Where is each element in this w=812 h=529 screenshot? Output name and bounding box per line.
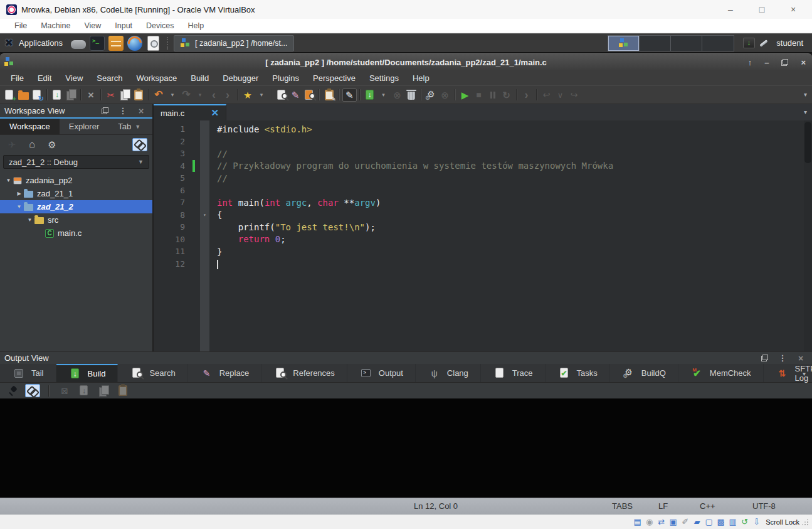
output-tab-tail[interactable]: Tail bbox=[0, 364, 56, 382]
tree-item-zad_21_1[interactable]: ▶zad_21_1 bbox=[0, 187, 152, 200]
stop-build-icon[interactable]: ⊗ bbox=[391, 87, 404, 103]
network-activity-icon[interactable]: ↺ bbox=[739, 517, 750, 527]
cl-menu-item-file[interactable]: File bbox=[4, 73, 31, 83]
float-pane-icon[interactable] bbox=[98, 103, 112, 119]
vbox-menu-item-machine[interactable]: Machine bbox=[34, 21, 77, 30]
eol-mode-label[interactable]: LF bbox=[658, 501, 668, 511]
vbox-menu-item-view[interactable]: View bbox=[77, 21, 108, 30]
vbox-close-button[interactable]: × bbox=[788, 4, 798, 14]
pager-workspace-3[interactable] bbox=[671, 36, 702, 51]
replace-icon[interactable]: ✎ bbox=[288, 87, 302, 103]
stop-exec-icon[interactable]: ⊗ bbox=[438, 87, 452, 103]
open-file-icon[interactable] bbox=[16, 87, 30, 103]
expander-icon[interactable]: ▼ bbox=[14, 204, 24, 210]
editor-tab-main-c[interactable]: main.c ✕ bbox=[154, 104, 226, 120]
tools-tray-icon[interactable] bbox=[759, 38, 770, 48]
firefox-icon[interactable] bbox=[127, 36, 142, 51]
save-output-icon[interactable]: ↓ bbox=[77, 383, 91, 399]
run-icon[interactable]: ▶ bbox=[458, 87, 472, 103]
output-tab-clang[interactable]: ψClang bbox=[416, 364, 481, 382]
find-icon[interactable] bbox=[275, 87, 288, 103]
workspace-tab-tab[interactable]: Tab▼ bbox=[108, 119, 150, 134]
resize-grip[interactable] bbox=[802, 518, 809, 526]
cl-menu-item-perspective[interactable]: Perspective bbox=[306, 73, 362, 83]
document-viewer-icon[interactable] bbox=[147, 36, 159, 51]
whitespace-mode-label[interactable]: TABS bbox=[612, 501, 633, 511]
find-resource-icon[interactable]: ✎ bbox=[322, 87, 336, 103]
file-manager-icon[interactable] bbox=[108, 36, 124, 51]
tree-item-src[interactable]: ▼src bbox=[0, 213, 152, 227]
applications-menu-label[interactable]: Applications bbox=[19, 38, 63, 48]
pager-workspace-4[interactable] bbox=[702, 36, 734, 51]
tree-item-main.c[interactable]: Cmain.c bbox=[0, 227, 152, 240]
fold-arrow-icon[interactable]: ▾ bbox=[200, 212, 209, 218]
tree-item-zad_21_2[interactable]: ▼zad_21_2 bbox=[0, 200, 152, 213]
windows-icon[interactable]: ▩ bbox=[715, 517, 726, 527]
new-file-icon[interactable]: + bbox=[3, 87, 16, 103]
output-tab-references[interactable]: References bbox=[261, 364, 347, 382]
close-pane-icon[interactable]: × bbox=[134, 103, 148, 119]
paste-output-icon[interactable] bbox=[116, 383, 130, 399]
output-tab-tasks[interactable]: ✔Tasks bbox=[546, 364, 610, 382]
expander-icon[interactable]: ▼ bbox=[25, 217, 34, 223]
back-icon[interactable]: ‹ bbox=[207, 87, 221, 103]
applications-menu-icon[interactable] bbox=[4, 37, 16, 50]
find-in-files-icon[interactable] bbox=[302, 87, 316, 103]
goto-active-file-icon[interactable]: ✈ bbox=[5, 136, 19, 152]
displays-icon[interactable]: ▣ bbox=[668, 517, 678, 527]
toolbar-overflow-icon[interactable]: ▾ bbox=[804, 92, 807, 98]
close-tab-icon[interactable]: ✕ bbox=[211, 107, 219, 119]
highlight-word-icon[interactable]: ✎ bbox=[342, 87, 357, 103]
scrollbar-thumb[interactable] bbox=[804, 122, 811, 163]
cl-menu-item-settings[interactable]: Settings bbox=[362, 73, 406, 83]
forward-icon[interactable]: › bbox=[221, 87, 235, 103]
usb-icon[interactable]: ✐ bbox=[680, 517, 690, 527]
link-output-button[interactable] bbox=[25, 383, 40, 399]
build-config-dropdown[interactable]: zad_21_2 :: Debug ▼ bbox=[3, 155, 149, 169]
workspace-tab-explorer[interactable]: Explorer bbox=[60, 119, 108, 134]
cl-menu-item-edit[interactable]: Edit bbox=[31, 73, 58, 83]
pause-icon[interactable] bbox=[486, 87, 500, 103]
build-icon[interactable]: ↓ bbox=[363, 87, 377, 103]
home-icon[interactable]: ⌂ bbox=[25, 136, 39, 152]
cl-menu-item-view[interactable]: View bbox=[58, 73, 90, 83]
cl-restore-button[interactable] bbox=[781, 59, 788, 66]
pin-output-icon[interactable] bbox=[6, 383, 19, 399]
output-tab-output[interactable]: Output bbox=[347, 364, 416, 382]
step-over-icon[interactable]: ∨ bbox=[554, 87, 567, 103]
step-in-icon[interactable]: ↪ bbox=[567, 87, 581, 103]
hdd-icon[interactable]: ▤ bbox=[632, 517, 643, 527]
vbox-menu-item-help[interactable]: Help bbox=[181, 21, 211, 30]
save-all-icon[interactable] bbox=[64, 87, 78, 103]
vbox-menu-item-input[interactable]: Input bbox=[108, 21, 139, 30]
show-desktop-icon[interactable] bbox=[71, 40, 86, 49]
pager-workspace-1[interactable] bbox=[608, 36, 640, 51]
pane-menu-icon[interactable]: ⋮ bbox=[116, 103, 130, 119]
terminal-icon[interactable] bbox=[90, 36, 105, 51]
optical-disc-icon[interactable]: ◉ bbox=[644, 517, 655, 527]
output-tab-replace[interactable]: ✎Replace bbox=[188, 364, 262, 382]
shared-folders-icon[interactable]: ▰ bbox=[692, 517, 702, 527]
tree-item-zadania_pp2[interactable]: ▼zadania_pp2 bbox=[0, 174, 152, 187]
output-tab-trace[interactable]: Trace bbox=[481, 364, 546, 382]
cl-menu-item-build[interactable]: Build bbox=[184, 73, 216, 83]
workspace-settings-gear-icon[interactable]: ⚙ bbox=[45, 136, 59, 152]
auto-resize-icon[interactable]: ⇩ bbox=[751, 517, 762, 527]
undo-icon[interactable]: ↶ bbox=[152, 87, 166, 103]
network-icon[interactable]: ⇄ bbox=[656, 517, 667, 527]
build-dropdown-icon[interactable]: ▾ bbox=[377, 87, 391, 103]
updates-tray-icon[interactable] bbox=[743, 38, 755, 48]
vbox-minimize-button[interactable]: – bbox=[725, 4, 736, 14]
code-editor[interactable]: 1#include <stdio.h>23//4// Przykładowy p… bbox=[154, 120, 812, 351]
editor-scrollbar[interactable] bbox=[804, 120, 812, 351]
display-icon[interactable]: ▢ bbox=[704, 517, 714, 527]
output-tab-memcheck[interactable]: ✔MMemCheck bbox=[678, 364, 764, 382]
redo-dropdown-icon[interactable]: ▾ bbox=[193, 87, 207, 103]
expander-icon[interactable]: ▶ bbox=[14, 191, 24, 196]
output-tabs-overflow-icon[interactable]: ▾ bbox=[803, 370, 806, 377]
bookmark-dropdown-icon[interactable]: ▾ bbox=[255, 87, 268, 103]
output-tab-build[interactable]: ↓Build bbox=[56, 364, 119, 382]
output-tab-search[interactable]: Search bbox=[118, 364, 187, 382]
codelite-titlebar[interactable]: [ zadania_pp2 ] /home/student/Documents/… bbox=[0, 53, 812, 70]
close-file-icon[interactable]: × bbox=[84, 87, 98, 103]
